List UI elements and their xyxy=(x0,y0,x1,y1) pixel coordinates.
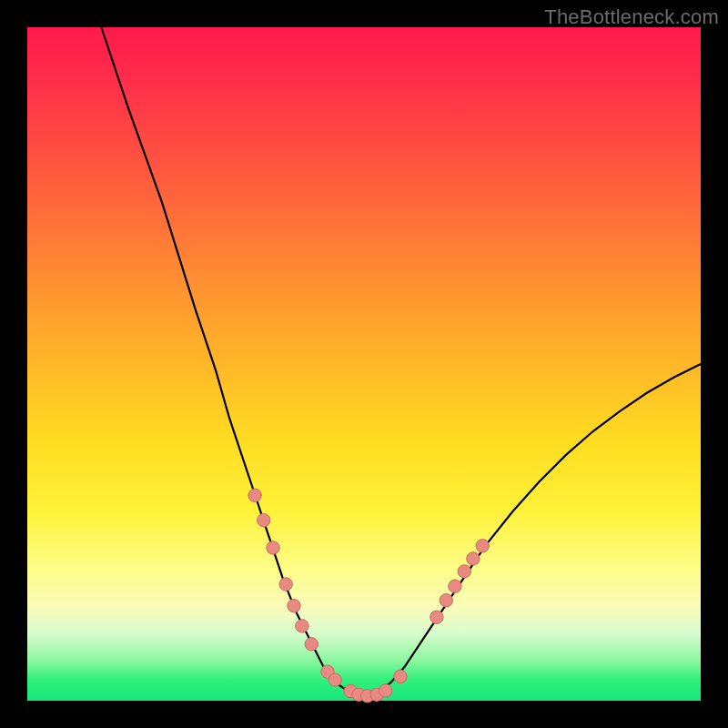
bottleneck-curve xyxy=(101,27,701,697)
data-marker xyxy=(305,638,318,651)
data-marker xyxy=(458,565,470,578)
chart-overlay xyxy=(27,27,701,701)
data-marker xyxy=(440,594,452,607)
watermark-text: TheBottleneck.com xyxy=(544,5,719,29)
data-marker xyxy=(476,540,489,552)
data-marker xyxy=(467,552,480,565)
data-marker xyxy=(329,673,341,686)
data-marker xyxy=(258,514,270,527)
data-marker xyxy=(288,600,300,612)
chart-frame: TheBottleneck.com xyxy=(0,0,728,728)
data-marker xyxy=(430,611,443,623)
data-marker xyxy=(379,684,392,697)
data-marker xyxy=(449,580,461,592)
data-marker xyxy=(394,670,407,682)
data-marker xyxy=(279,578,292,591)
data-marker xyxy=(296,620,308,632)
data-marker xyxy=(248,489,261,501)
data-marker xyxy=(267,541,279,554)
